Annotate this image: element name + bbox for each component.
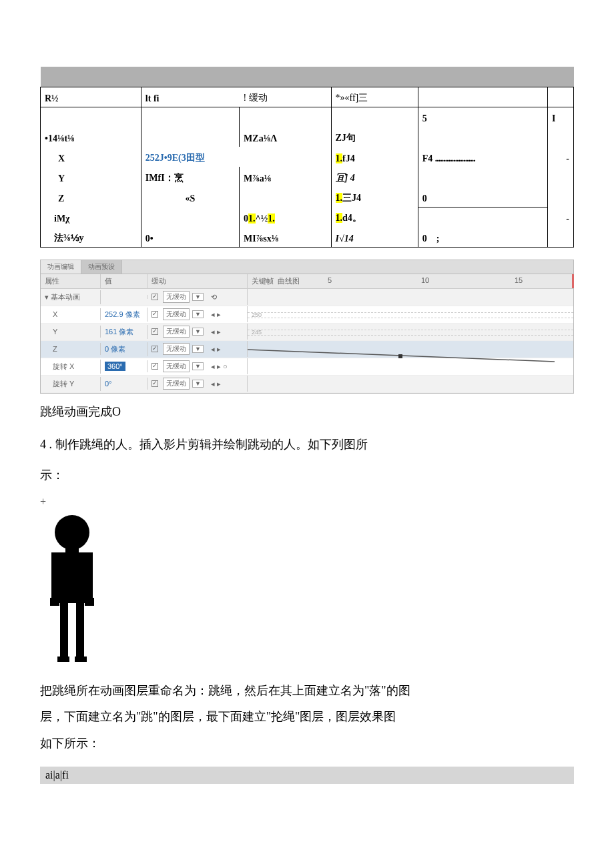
ease-dropdown[interactable]: 无缓动 (163, 360, 190, 372)
checkbox-icon[interactable] (151, 311, 158, 318)
dropdown-arrow-icon[interactable]: ▼ (192, 380, 204, 388)
playhead-icon[interactable] (572, 274, 574, 288)
val-rotx[interactable]: 360° (105, 362, 125, 371)
keyframe-nav-icon[interactable]: ◂ ▸ (211, 328, 221, 336)
checkbox-icon[interactable] (151, 380, 158, 387)
cell-x-key: 1.fJ4 (331, 147, 418, 167)
prop-rotx: 旋转 X (41, 360, 101, 374)
val-roty[interactable]: 0° (101, 378, 147, 390)
cell-y-val2: M⅞a⅛ (240, 167, 331, 187)
tab-anim-preset[interactable]: 动画预设 (81, 260, 122, 274)
keyframe-nav-icon[interactable]: ◂ ▸ (211, 345, 221, 354)
col-graph-head: 关键帧 曲线图 5 10 15 (248, 274, 573, 288)
cell-r1c4: ZJ句 (331, 127, 418, 147)
anim-section-row[interactable]: ▾ 基本动画 无缓动▼ ⟲ (41, 289, 573, 306)
cell-header-left: R½ (41, 87, 141, 107)
val-y[interactable]: 161 像素 (101, 325, 147, 339)
col-value: 值 (101, 274, 147, 288)
dropdown-arrow-icon[interactable]: ▼ (192, 310, 204, 318)
garbled-properties-table: R½ lt fi ! 缓动 *»«ff]三 5 I •14⅛t⅛ MZa⅛Λ Z… (40, 67, 574, 248)
checkbox-icon[interactable] (151, 328, 158, 335)
dropdown-arrow-icon[interactable]: ▼ (192, 362, 204, 370)
ease-dropdown[interactable]: 无缓动 (163, 378, 190, 390)
cell-z: Z (41, 187, 141, 207)
prop-z: Z (41, 343, 101, 355)
reset-icon[interactable]: ⟲ (211, 293, 217, 302)
prop-y: Y (41, 326, 101, 338)
cell-y: Y (41, 167, 141, 187)
prop-roty: 旋转 Y (41, 377, 101, 391)
keyframe-nav-icon[interactable]: ◂ ▸ ○ (211, 362, 228, 371)
cell-x-val: 252J•9E(3田型 (141, 147, 331, 167)
cell-header-right: *»«ff]三 (331, 87, 418, 107)
cell-fa-v2: MI⅞sx⅛ (240, 227, 331, 247)
gray-bar: ai|a|fi (40, 767, 574, 784)
plus-icon: + (40, 496, 46, 507)
cell-imx-val: 01.^½1. (240, 207, 331, 227)
text-para3: 如下所示： (40, 731, 574, 757)
anim-row-x[interactable]: X 252.9 像素 无缓动▼ ◂ ▸ 250 (41, 306, 573, 324)
cell-y-val1: IMfI：烹 (141, 167, 239, 187)
anim-row-roty[interactable]: 旋转 Y 0° 无缓动▼ ◂ ▸ (41, 376, 573, 393)
section-basic-anim: ▾ 基本动画 (41, 290, 101, 304)
ease-dropdown[interactable]: 无缓动 (163, 326, 190, 338)
anim-header-row: 属性 值 缓动 关键帧 曲线图 5 10 15 (41, 274, 573, 289)
text-step4: 4 . 制作跳绳的人。插入影片剪辑并绘制跳动的人。如下列图所 (40, 432, 574, 458)
anim-row-y[interactable]: Y 161 像素 无缓动▼ ◂ ▸ 245 (41, 324, 573, 341)
ease-dropdown[interactable]: 无缓动 (163, 308, 190, 320)
table-header-bar (41, 67, 574, 87)
col-property: 属性 (41, 274, 101, 288)
cell-fa: 法⅜⅓y (41, 227, 141, 247)
graph-curve-icon (248, 347, 573, 364)
text-para2: 层，下面建立名为"跳"的图层，最下面建立"抡绳"图层，图层效果图 (40, 704, 574, 731)
cell-x: X (41, 147, 141, 167)
val-x[interactable]: 252.9 像素 (101, 308, 147, 322)
dropdown-arrow-icon[interactable]: ▼ (192, 328, 204, 336)
animation-editor-panel: 功画编辑 动画预设 属性 值 缓动 关键帧 曲线图 5 10 15 ▾ 基本动画… (40, 260, 574, 394)
cell-header-mid1: lt fi (141, 87, 239, 107)
col-ease: 缓动 (147, 274, 248, 288)
checkbox-icon[interactable] (151, 294, 158, 300)
cell-header-mid2: ! 缓动 (240, 87, 331, 107)
cell-z-key: 1.三J4 (331, 187, 418, 207)
cell-fa-v4: 0 ; (418, 227, 547, 247)
cell-row0-right: 5 (418, 107, 547, 127)
text-done: 跳绳动画完成O (40, 399, 574, 426)
anim-row-z[interactable]: Z 0 像素 无缓动▼ ◂ ▸ (41, 341, 573, 358)
text-para1: 把跳绳所在动画图层重命名为：跳绳，然后在其上面建立名为"落"的图 (40, 678, 574, 705)
dropdown-arrow-icon[interactable]: ▼ (192, 293, 204, 301)
val-z[interactable]: 0 像素 (101, 342, 147, 356)
cell-y-key: 冝] 4 (331, 167, 418, 187)
prop-x: X (41, 308, 101, 320)
checkbox-icon[interactable] (151, 346, 158, 352)
tab-anim-edit[interactable]: 功画编辑 (41, 260, 81, 274)
cell-imx: iMχ (41, 207, 141, 227)
cell-z-val: «S (141, 187, 239, 207)
svg-rect-1 (398, 354, 402, 358)
text-show: 示： (40, 468, 64, 482)
keyframe-nav-icon[interactable]: ◂ ▸ (211, 380, 221, 388)
cell-r1c1: •14⅛t⅛ (41, 127, 141, 147)
cell-imx-key: 1.d4。 (331, 207, 418, 227)
dropdown-arrow-icon[interactable]: ▼ (192, 345, 204, 353)
cell-r1c3: MZa⅛Λ (240, 127, 331, 147)
checkbox-icon[interactable] (151, 363, 158, 370)
ease-dropdown[interactable]: 无缓动 (163, 343, 190, 355)
stick-figure-icon (45, 515, 99, 662)
cell-x-f4: F4 (418, 147, 547, 167)
cell-fa-v3: I√14 (331, 227, 418, 247)
ease-dropdown[interactable]: 无缓动 (163, 291, 190, 303)
cell-fa-v1: 0• (141, 227, 239, 247)
cell-z-zero: 0 (418, 187, 547, 207)
keyframe-nav-icon[interactable]: ◂ ▸ (211, 310, 221, 319)
